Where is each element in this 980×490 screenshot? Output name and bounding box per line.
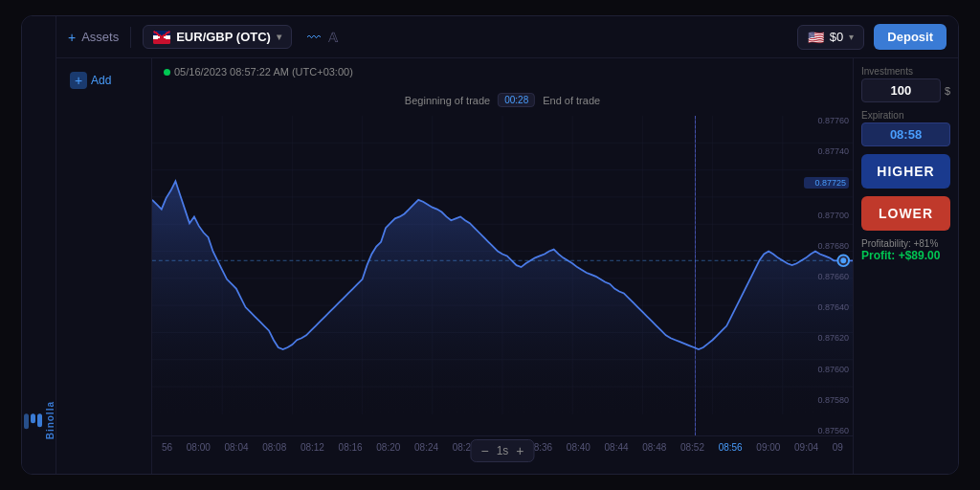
main-area: + Assets EUR/GBP (OTC) ▾ 〰 𝔸 🇺🇸 $0 ▾ Dep…	[56, 16, 958, 474]
divider	[130, 27, 131, 48]
pair-flag	[153, 31, 170, 44]
x-label-15: 08:56	[719, 442, 743, 453]
left-panel: + Add	[56, 58, 152, 474]
lower-button[interactable]: LOWER	[861, 196, 950, 231]
x-label-1: 08:00	[187, 442, 211, 453]
x-label-4: 08:12	[301, 442, 324, 453]
y-label-7: 0.87620	[804, 333, 849, 343]
x-label-5: 08:16	[339, 442, 363, 453]
chevron-balance-icon: ▾	[849, 32, 854, 42]
profit-value: Profit: +$89.00	[861, 249, 950, 262]
currency-label: $	[945, 85, 950, 97]
y-axis-labels: 0.87760 0.87740 0.87725 0.87700 0.87680 …	[800, 116, 853, 435]
live-indicator	[164, 69, 170, 76]
plus-icon: +	[68, 30, 76, 45]
x-label-3: 08:08	[262, 442, 286, 453]
y-label-10: 0.87560	[804, 426, 849, 435]
x-label-14: 08:52	[680, 442, 704, 453]
content-area: + Add 05/16/2023 08:57:22 AM (UTC+03:00)…	[56, 58, 958, 474]
profit-section: Profitability: +81% Profit: +$89.00	[861, 238, 950, 262]
deposit-button[interactable]: Deposit	[874, 24, 947, 50]
topbar: + Assets EUR/GBP (OTC) ▾ 〰 𝔸 🇺🇸 $0 ▾ Dep…	[56, 16, 958, 58]
trade-end-text: End of trade	[543, 95, 600, 106]
assets-section: + Assets	[68, 30, 119, 45]
logo-icon	[22, 410, 43, 431]
y-label-1: 0.87740	[804, 146, 849, 156]
account-balance[interactable]: 🇺🇸 $0 ▾	[797, 25, 864, 50]
pair-label: EUR/GBP (OTC)	[176, 30, 271, 44]
y-label-5: 0.87660	[804, 272, 849, 281]
expiration-label: Expiration	[861, 110, 950, 121]
balance-amount: $0	[830, 30, 843, 44]
pair-selector[interactable]: EUR/GBP (OTC) ▾	[143, 25, 292, 49]
y-label-6: 0.87640	[804, 302, 849, 312]
svg-rect-2	[24, 413, 29, 429]
x-label-6: 08:20	[376, 442, 400, 453]
y-label-3: 0.87700	[804, 211, 849, 220]
x-label-16: 09:00	[756, 442, 780, 453]
x-label-18: 09	[833, 442, 843, 453]
x-label-17: 09:04	[794, 442, 818, 453]
add-label: Add	[91, 74, 111, 87]
zoom-value: 1s	[497, 444, 509, 457]
investment-row: $	[861, 78, 950, 102]
trade-start-text: Beginning of trade	[405, 95, 490, 106]
investments-label: Investments	[861, 66, 950, 77]
timestamp-text: 05/16/2023 08:57:22 AM (UTC+03:00)	[174, 66, 353, 78]
zoom-out-button[interactable]: −	[480, 443, 488, 458]
x-label-13: 08:48	[642, 442, 666, 453]
x-label-2: 08:04	[225, 442, 249, 453]
trade-time-badge: 00:28	[498, 93, 535, 107]
trade-label: Beginning of trade 00:28 End of trade	[405, 93, 600, 107]
expiration-section: Expiration	[861, 110, 950, 146]
logo-text: Binolla	[45, 401, 56, 439]
x-label-12: 08:44	[605, 442, 629, 453]
line-chart-icon[interactable]: 〰	[307, 30, 321, 45]
profitability-text: Profitability: +81%	[861, 238, 950, 249]
investment-input[interactable]	[861, 78, 941, 102]
svg-rect-0	[37, 413, 42, 427]
investments-section: Investments $	[861, 66, 950, 102]
chevron-down-icon: ▾	[277, 32, 281, 42]
logo: Binolla	[22, 401, 56, 439]
x-label-11: 08:40	[567, 442, 590, 453]
y-label-0: 0.87760	[804, 116, 849, 125]
assets-label-text: Assets	[81, 30, 119, 44]
higher-button[interactable]: HIGHER	[861, 154, 950, 189]
y-label-8: 0.87600	[804, 365, 849, 374]
y-label-9: 0.87580	[804, 395, 849, 405]
chart-area: 05/16/2023 08:57:22 AM (UTC+03:00) Begin…	[152, 58, 853, 474]
x-label-7: 08:24	[414, 442, 438, 453]
chart-type-icons: 〰 𝔸	[307, 30, 338, 45]
sidebar: Binolla	[22, 16, 56, 474]
trading-panel: Investments $ Expiration HIGHER LOWER Pr…	[853, 58, 958, 474]
topbar-right: 🇺🇸 $0 ▾ Deposit	[797, 24, 947, 50]
zoom-controls: − 1s +	[470, 439, 534, 462]
plus-circle-icon: +	[70, 72, 87, 89]
x-label-0: 56	[162, 442, 172, 453]
expiration-input[interactable]	[861, 122, 950, 146]
current-price-label: 0.87725	[804, 177, 849, 189]
flag-us: 🇺🇸	[808, 30, 824, 45]
add-asset-button[interactable]: + Add	[64, 68, 144, 93]
y-label-4: 0.87680	[804, 241, 849, 251]
svg-rect-1	[31, 413, 35, 423]
zoom-in-button[interactable]: +	[516, 443, 523, 458]
bar-chart-icon[interactable]: 𝔸	[328, 30, 338, 45]
price-chart-svg	[152, 116, 853, 414]
chart-timestamp: 05/16/2023 08:57:22 AM (UTC+03:00)	[164, 66, 353, 78]
